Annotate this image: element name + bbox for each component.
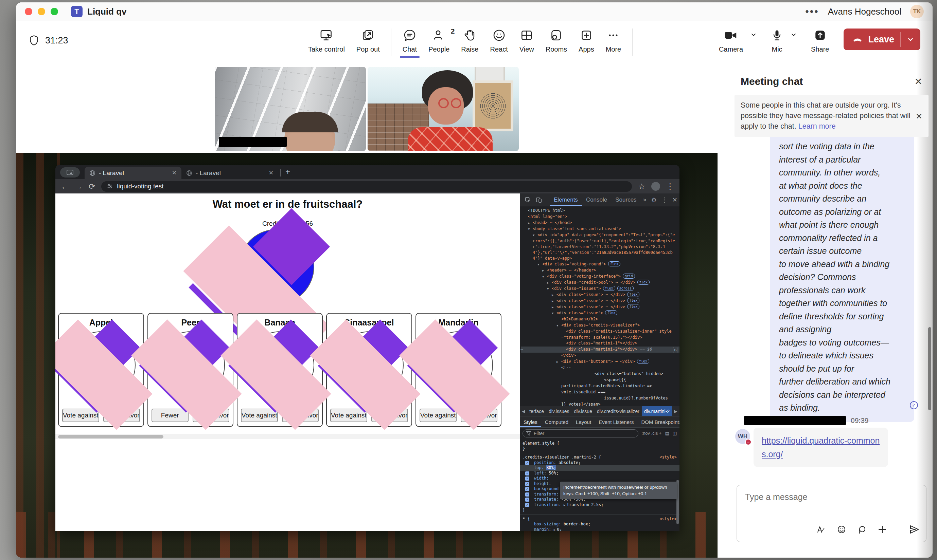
dom-node[interactable]: participant?.castedVotes.find(vote => [521,383,679,389]
breadcrumb-scroll-right-icon[interactable]: ▶ [672,409,679,414]
sender-avatar[interactable]: WH – [735,429,750,444]
dom-node[interactable]: </div> [521,352,679,359]
dom-node[interactable]: <div class="buttons" hidden> [521,371,679,377]
css-prop-position[interactable]: ✓position: absolute; [523,460,677,466]
toolbar-take-control-button[interactable]: Take control [303,26,350,55]
toolbar-view-button[interactable]: View [514,26,540,55]
dom-node[interactable]: <html lang="en"> [521,214,679,220]
prop-enabled-checkbox[interactable]: ✓ [525,498,529,502]
dom-node[interactable]: ▼<body class="font-sans antialiased"> [521,226,679,232]
loop-component-icon[interactable] [857,525,867,534]
dom-node[interactable]: ▶<div class="credit-pool"> ⋯ </div>flex [521,280,679,286]
back-icon[interactable]: ← [61,182,69,191]
styles-tab-layout[interactable]: Layout [572,417,595,427]
toolbar-apps-button[interactable]: Apps [573,26,600,55]
toolbar-mic-button[interactable]: Mic [765,26,789,55]
page-horizontal-scrollbar[interactable] [56,434,520,439]
dom-node[interactable]: issue.uuid)?.numberOfVotes [521,395,679,402]
inspect-element-icon[interactable] [523,197,533,203]
forward-icon[interactable]: → [75,182,83,191]
dom-node[interactable]: ▼<div class="issue">flex [521,310,679,316]
devtools-menu-icon[interactable]: ⋮ [659,196,670,204]
prop-enabled-checkbox[interactable]: ✓ [525,492,529,497]
breadcrumb-div.issue[interactable]: div.issue [571,406,594,416]
close-traffic-light[interactable] [25,8,32,15]
dom-node[interactable]: ▼<div class="credits-visualizer"> [521,322,679,329]
universal-rule-selector[interactable]: * { [523,517,677,522]
css-prop-left[interactable]: ✓left: 50%; [523,471,677,476]
tab-close-icon[interactable]: ✕ [172,169,177,177]
toolbar-rooms-button[interactable]: Rooms [540,26,573,55]
style-source-link[interactable]: <style> [659,455,677,460]
dom-node[interactable]: ▶<div class="issue"> ⋯ </div>flex [521,298,679,304]
devtools-more-tabs-icon[interactable]: » [641,196,649,203]
breadcrumb-scroll-left-icon[interactable]: ◀ [520,409,527,414]
style-source-link[interactable]: <style> [659,517,677,522]
dom-node[interactable]: <div class="martini-1"></div> [521,340,679,346]
breadcrumb-div.credits-visualizer[interactable]: div.credits-visualizer [594,406,642,416]
martini2-rule-selector[interactable]: .credits-visualizer .martini-2 { [523,455,677,460]
browser-tab-2[interactable]: - Laravel ✕ [181,167,278,179]
dom-node[interactable]: <h2>Banaan</h2> [521,316,679,322]
prop-enabled-checkbox[interactable]: ✓ [525,482,529,486]
dom-node[interactable]: <!DOCTYPE html> [521,208,679,214]
devtools-close-icon[interactable]: ✕ [670,196,679,204]
dom-node[interactable]: }} votes]</span> [521,402,679,406]
dom-node[interactable]: <span>[{{ [521,377,679,383]
vote-against-button[interactable]: Vote against [420,409,457,422]
devtools-tab-console[interactable]: Console [582,194,611,206]
prop-enabled-checkbox[interactable]: ✓ [525,503,529,507]
dom-node[interactable]: ▶<div class="buttons"> ⋯ </div>flex [521,359,679,365]
styles-tab-event-listeners[interactable]: Event Listeners [595,417,638,427]
reload-icon[interactable]: ⟳ [89,182,95,191]
prop-enabled-checkbox[interactable]: ✓ [525,461,529,465]
toolbar-camera-button[interactable]: Camera [713,26,749,55]
titlebar-more-icon[interactable]: ••• [805,6,819,17]
devtools-tab-elements[interactable]: Elements [550,194,582,206]
styles-toggles[interactable]: :hov .cls + [642,431,662,436]
dom-node[interactable]: ▼<div class="issues">flexscroll [521,286,679,292]
tab-close-icon[interactable]: ✕ [269,169,273,177]
zoom-traffic-light[interactable] [51,8,58,15]
styles-tab-styles[interactable]: Styles [520,417,541,427]
dom-node[interactable]: ▶<header> ⋯ </header> [521,268,679,274]
attach-plus-icon[interactable] [878,525,887,534]
styles-filter-input[interactable]: Filter [523,429,638,437]
video-tile-participant-1[interactable] [215,67,366,151]
flex-badge[interactable]: flex [627,298,639,303]
css-prop-transition[interactable]: ✓transition: ▶transform 2.5s; [523,502,677,508]
profile-icon[interactable] [651,182,660,191]
toolbar-raise-button[interactable]: Raise [455,26,484,55]
new-tab-button[interactable]: + [286,167,290,177]
minimize-traffic-light[interactable] [38,8,45,15]
flex-badge[interactable]: flex [638,280,650,285]
dom-node[interactable]: ▼<div class="voting-round">flex [521,262,679,268]
notice-close-icon[interactable]: ✕ [915,111,922,121]
prop-enabled-checkbox[interactable]: ✓ [525,471,529,475]
toolbar-react-button[interactable]: React [484,26,513,55]
shared-link[interactable]: https://liquid.quadratic-commons.org/ [762,436,880,459]
toolbar-chat-button[interactable]: Chat [397,26,423,55]
flex-badge[interactable]: flex [603,286,615,291]
devtools-tab-sources[interactable]: Sources [611,194,641,206]
dom-node[interactable]: ▶<head> ⋯ </head> [521,220,679,226]
toolbar-more-button[interactable]: More [600,26,627,55]
dom-node[interactable]: ▶<div class="issue"> ⋯ </div>flex [521,292,679,298]
chat-message-list[interactable]: sort the voting data in the interest of … [730,137,932,482]
prop-enabled-checkbox[interactable]: ✓ [525,487,529,491]
dom-node[interactable]: <!-- [521,365,679,371]
toolbar-pop-out-button[interactable]: Pop out [350,26,386,55]
vote-against-button[interactable]: Vote against [62,409,99,422]
mic-chevron-icon[interactable] [790,31,798,39]
dom-node[interactable]: ▼<div id="app" data-page="{"component":"… [521,232,679,262]
css-prop-top[interactable]: top: 80%; [520,465,679,471]
address-bar[interactable]: liquid-voting.test [101,181,632,192]
emoji-icon[interactable] [837,525,846,534]
dom-node[interactable]: vote.issueUuid === [521,389,679,395]
chat-scrollbar[interactable] [928,327,931,410]
breadcrumb-div.issues[interactable]: div.issues [546,406,571,416]
vote-against-button[interactable]: Vote against [330,409,367,422]
format-icon[interactable] [817,525,826,534]
toolbar-share-button[interactable]: Share [805,26,835,55]
dom-node[interactable]: ▼<div class="voting-interface">grid [521,274,679,280]
